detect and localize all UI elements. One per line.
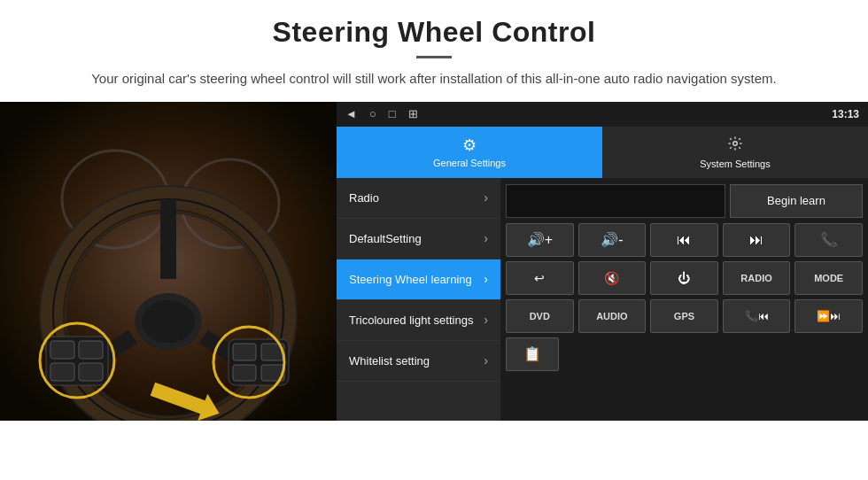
mute-button[interactable]: 🔇 <box>578 261 647 295</box>
menu-item-radio-label: Radio <box>349 191 379 205</box>
general-settings-icon: ⚙ <box>462 135 477 155</box>
mute-icon: 🔇 <box>604 271 619 285</box>
power-icon: ⏻ <box>678 271 690 285</box>
menu-item-default-label: DefaultSetting <box>349 232 422 245</box>
menu-icon[interactable]: ⊞ <box>408 107 418 120</box>
status-bar: ◄ ○ □ ⊞ 13:13 <box>337 102 868 127</box>
menu-item-steering-wheel[interactable]: Steering Wheel learning › <box>337 259 500 300</box>
dvd-label: DVD <box>530 311 550 321</box>
tab-bar: ⚙ General Settings System Settings <box>337 127 868 178</box>
chevron-icon-steering: › <box>484 272 488 286</box>
volume-up-icon: 🔊+ <box>527 231 553 248</box>
playlist-button[interactable]: 📋 <box>506 337 559 371</box>
gps-button[interactable]: GPS <box>650 299 718 333</box>
android-panel: ◄ ○ □ ⊞ 13:13 ⚙ General Settings Sys <box>337 102 868 421</box>
system-settings-icon <box>727 135 743 156</box>
svg-rect-14 <box>50 363 74 381</box>
nav-icons: ◄ ○ □ ⊞ <box>345 107 418 120</box>
chevron-icon-default: › <box>484 231 488 245</box>
learn-input[interactable] <box>506 184 725 218</box>
svg-rect-16 <box>79 363 103 381</box>
radio-button[interactable]: RADIO <box>723 261 791 295</box>
home-icon[interactable]: ○ <box>369 107 376 120</box>
audio-label: AUDIO <box>596 311 627 321</box>
phone-button[interactable]: 📞 <box>794 223 863 257</box>
menu-item-tricoloured[interactable]: Tricoloured light settings › <box>337 300 500 341</box>
begin-learn-button[interactable]: Begin learn <box>730 184 863 218</box>
tab-general-settings[interactable]: ⚙ General Settings <box>337 127 602 178</box>
volume-up-button[interactable]: 🔊+ <box>506 223 574 257</box>
gps-label: GPS <box>674 311 694 321</box>
back-icon[interactable]: ◄ <box>345 107 357 120</box>
steering-wheel-image <box>0 102 337 421</box>
tab-system-settings[interactable]: System Settings <box>602 127 868 178</box>
begin-learn-row: Begin learn <box>506 183 863 219</box>
tab-system-label: System Settings <box>700 159 770 169</box>
volume-down-icon: 🔊- <box>601 231 623 248</box>
svg-point-25 <box>733 141 738 145</box>
menu-item-whitelist[interactable]: Whitelist setting › <box>337 341 500 382</box>
tab-general-label: General Settings <box>433 158 506 168</box>
volume-down-button[interactable]: 🔊- <box>578 223 647 257</box>
menu-item-tricoloured-label: Tricoloured light settings <box>349 314 473 327</box>
phone-prev-icon: 📞⏮ <box>745 310 769 322</box>
chevron-icon-tricoloured: › <box>484 313 488 327</box>
menu-controls-area: Radio › DefaultSetting › Steering Wheel … <box>337 178 868 421</box>
controls-row-4: 📋 <box>506 337 863 371</box>
svg-rect-18 <box>233 344 256 360</box>
clock: 13:13 <box>832 108 859 120</box>
radio-label: RADIO <box>740 273 771 283</box>
hang-up-icon: ↩ <box>534 271 545 285</box>
prev-button[interactable]: ⏮ <box>650 223 718 257</box>
audio-button[interactable]: AUDIO <box>578 299 647 333</box>
header-section: Steering Wheel Control Your original car… <box>0 0 868 102</box>
mode-button[interactable]: MODE <box>794 261 863 295</box>
ff-icon: ⏩⏭ <box>817 310 841 322</box>
recent-icon[interactable]: □ <box>389 107 396 120</box>
begin-learn-label: Begin learn <box>767 194 825 207</box>
svg-rect-19 <box>233 365 256 381</box>
power-button[interactable]: ⏻ <box>650 261 718 295</box>
playlist-icon: 📋 <box>523 345 541 362</box>
controls-row-3: DVD AUDIO GPS 📞⏮ ⏩⏭ <box>506 299 863 333</box>
page-title: Steering Wheel Control <box>53 16 815 49</box>
controls-row-2: ↩ 🔇 ⏻ RADIO MODE <box>506 261 863 295</box>
next-icon: ⏭ <box>749 232 763 248</box>
ff-button[interactable]: ⏩⏭ <box>794 299 863 333</box>
phone-icon: 📞 <box>820 231 838 248</box>
prev-icon: ⏮ <box>677 232 691 248</box>
mode-label: MODE <box>814 273 843 283</box>
content-area: ◄ ○ □ ⊞ 13:13 ⚙ General Settings Sys <box>0 102 868 421</box>
phone-prev-button[interactable]: 📞⏮ <box>723 299 791 333</box>
next-button[interactable]: ⏭ <box>723 223 791 257</box>
left-menu: Radio › DefaultSetting › Steering Wheel … <box>337 178 500 421</box>
subtitle-text: Your original car's steering wheel contr… <box>53 69 815 89</box>
hang-up-button[interactable]: ↩ <box>506 261 574 295</box>
controls-row-1: 🔊+ 🔊- ⏮ ⏭ 📞 <box>506 223 863 257</box>
right-controls: Begin learn 🔊+ 🔊- ⏮ ⏭ <box>500 178 868 421</box>
dvd-button[interactable]: DVD <box>506 299 574 333</box>
svg-point-11 <box>142 300 195 343</box>
menu-item-radio[interactable]: Radio › <box>337 178 500 219</box>
svg-rect-15 <box>79 341 103 359</box>
menu-item-steering-label: Steering Wheel learning <box>349 273 472 286</box>
chevron-icon-radio: › <box>484 190 488 205</box>
svg-rect-13 <box>50 341 74 359</box>
menu-item-default-setting[interactable]: DefaultSetting › <box>337 219 500 259</box>
chevron-icon-whitelist: › <box>484 353 488 368</box>
menu-item-whitelist-label: Whitelist setting <box>349 354 430 368</box>
title-divider <box>416 56 452 58</box>
